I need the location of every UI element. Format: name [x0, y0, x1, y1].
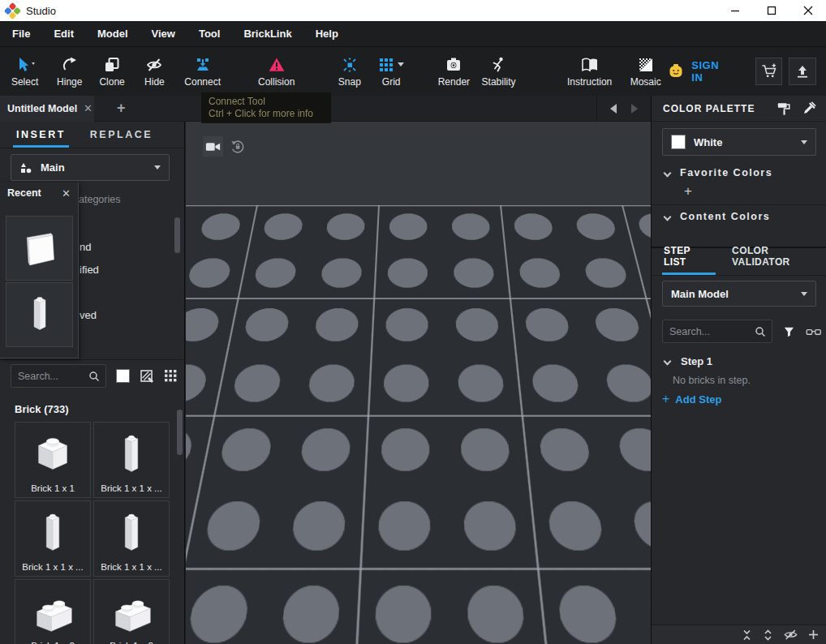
empty-step-message: No bricks in step.	[673, 375, 751, 386]
part-search-input[interactable]	[11, 371, 88, 382]
collision-tool-button[interactable]: Collision	[250, 49, 303, 93]
hide-tool-button[interactable]: Hide	[138, 49, 171, 93]
eyedropper-icon[interactable]	[802, 101, 816, 115]
palette-dropdown-caret-icon	[154, 165, 161, 170]
active-color-dropdown[interactable]: White	[662, 128, 816, 156]
menu-tool[interactable]: Tool	[197, 24, 222, 43]
window-controls	[716, 0, 826, 21]
close-button[interactable]	[789, 0, 826, 21]
paint-roller-icon[interactable]	[777, 101, 791, 116]
menu-bricklink[interactable]: BrickLink	[242, 24, 293, 43]
sign-in-button[interactable]: SIGN IN	[691, 59, 733, 84]
search-icon	[88, 371, 100, 382]
grid-icon	[378, 56, 404, 74]
maximize-button[interactable]	[753, 0, 789, 21]
clone-copy-icon	[103, 56, 121, 74]
tab-close-icon[interactable]: ✕	[84, 103, 92, 114]
grid-tool-button[interactable]: Grid	[371, 49, 412, 93]
category-item-occluded[interactable]: ved	[80, 309, 97, 321]
part-label: Brick 1 x 2	[15, 641, 90, 644]
add-favorite-color-button[interactable]: +	[684, 183, 692, 200]
clone-tool-button[interactable]: Clone	[92, 49, 131, 93]
rotation-lock-button[interactable]	[227, 136, 247, 157]
parts-category-title: Brick (733)	[15, 403, 185, 415]
model-dropdown[interactable]: Main Model	[662, 281, 816, 307]
menu-help[interactable]: Help	[314, 24, 340, 43]
tab-replace[interactable]: REPLACE	[90, 129, 153, 148]
filter-funnel-icon[interactable]	[783, 325, 795, 338]
part-tile[interactable]: Brick 1 x 1	[15, 422, 91, 498]
parts-list: Brick (733) Brick 1 x 1 Brick 1 x 1 x ..…	[0, 392, 185, 644]
tab-step-list[interactable]: STEP LIST	[664, 245, 714, 275]
step-search-input[interactable]	[663, 326, 755, 337]
add-step-button[interactable]: + Add Step	[662, 393, 721, 406]
tab-scroll-right-icon[interactable]	[631, 104, 638, 114]
main-toolbar: Select Hinge Clone Hide Connect Collisio…	[0, 47, 826, 96]
menu-view[interactable]: View	[150, 24, 177, 43]
baseplate-grid[interactable]	[186, 122, 651, 205]
hidden-steps-eye-icon[interactable]	[784, 629, 798, 641]
minimize-button[interactable]	[716, 0, 753, 21]
color-palette-header: COLOR PALETTE	[652, 96, 826, 122]
camera-view-button[interactable]	[203, 136, 223, 157]
step-1-row[interactable]: Step 1	[665, 355, 712, 367]
favorite-colors-section[interactable]: Favorite Colors	[665, 167, 772, 178]
category-item-occluded[interactable]: ified	[80, 264, 99, 276]
render-tool-button[interactable]: Render	[433, 49, 475, 93]
add-icon[interactable]	[808, 629, 819, 640]
glasses-icon[interactable]	[806, 326, 821, 337]
select-tool-button[interactable]: Select	[2, 49, 48, 93]
hinge-tool-button[interactable]: Hinge	[51, 49, 88, 93]
search-icon	[755, 326, 766, 337]
document-tab[interactable]: Untitled Model ✕	[0, 96, 94, 122]
tab-color-validator[interactable]: COLOR VALIDATOR	[732, 245, 826, 275]
select-cursor-icon	[13, 56, 37, 74]
recent-part-tile[interactable]	[6, 282, 73, 347]
menu-model[interactable]: Model	[96, 24, 130, 43]
tooltip-title: Connect Tool	[209, 96, 324, 108]
category-item-occluded[interactable]: nd	[80, 241, 91, 253]
tab-scroll-left-icon[interactable]	[610, 104, 617, 114]
categories-scrollbar[interactable]	[174, 217, 180, 253]
tab-insert[interactable]: INSERT	[16, 129, 66, 148]
content-colors-label: Content Colors	[680, 211, 770, 222]
recent-parts-popup: Recent ✕	[0, 182, 79, 358]
menu-file[interactable]: File	[11, 24, 32, 43]
chevron-down-icon	[664, 213, 672, 221]
color-filter-swatch[interactable]	[116, 369, 130, 383]
shapes-icon	[19, 161, 32, 174]
snap-tool-button[interactable]: Snap	[332, 49, 367, 93]
part-tile[interactable]: Brick 1 x 1 x ...	[93, 422, 170, 498]
part-tile[interactable]: Brick 1 x 2	[93, 579, 170, 644]
minifig-head-icon	[667, 62, 685, 80]
collapse-all-icon[interactable]	[742, 629, 752, 641]
part-thumbnail	[106, 509, 157, 559]
part-tile[interactable]: Brick 1 x 1 x ...	[15, 500, 91, 577]
color-palette-title: COLOR PALETTE	[663, 103, 777, 114]
menu-edit[interactable]: Edit	[52, 24, 75, 43]
palette-dropdown[interactable]: Main	[11, 154, 170, 181]
recent-part-thumbnail	[17, 292, 62, 337]
mosaic-tool-button[interactable]: Mosaic	[624, 49, 667, 93]
chevron-down-icon	[664, 169, 672, 177]
upload-button[interactable]	[789, 58, 816, 85]
part-tile[interactable]: Brick 1 x 1 x ...	[93, 500, 170, 577]
parts-scrollbar[interactable]	[177, 410, 183, 455]
part-thumbnail	[106, 430, 157, 480]
grid-caret-icon	[398, 62, 404, 67]
instruction-tool-button[interactable]: Instruction	[560, 49, 619, 93]
connect-tool-button[interactable]: Connect	[178, 49, 227, 93]
stability-tool-button[interactable]: Stability	[476, 49, 521, 93]
new-tab-button[interactable]: +	[117, 100, 126, 117]
recent-part-tile[interactable]	[6, 216, 73, 281]
grid-view-icon[interactable]	[164, 369, 178, 383]
expand-all-icon[interactable]	[763, 629, 773, 641]
viewport-3d[interactable]: 0 total parts	[186, 122, 651, 644]
cart-button[interactable]	[755, 58, 783, 85]
part-label: Brick 1 x 1	[15, 483, 90, 493]
part-tile[interactable]: Brick 1 x 2	[15, 579, 91, 644]
cart-icon	[760, 62, 778, 80]
recent-close-icon[interactable]: ✕	[62, 187, 71, 200]
decorated-parts-icon[interactable]	[140, 369, 154, 384]
content-colors-section[interactable]: Content Colors	[665, 211, 770, 222]
